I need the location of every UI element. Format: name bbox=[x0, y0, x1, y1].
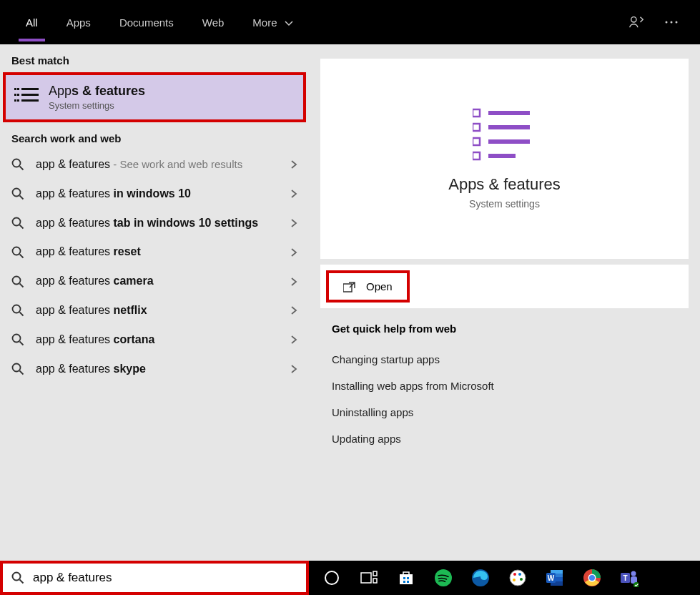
chevron-right-icon bbox=[290, 247, 297, 257]
quick-help-link[interactable]: Changing startup apps bbox=[332, 346, 677, 373]
quick-help-link[interactable]: Uninstalling apps bbox=[332, 399, 677, 426]
preview-pane: Apps & features System settings Open Get… bbox=[309, 44, 700, 561]
svg-point-42 bbox=[510, 570, 526, 586]
search-icon bbox=[11, 246, 26, 259]
preview-subtitle: System settings bbox=[469, 198, 540, 210]
tab-more-label: More bbox=[252, 16, 277, 29]
quick-help-link[interactable]: Installing web apps from Microsoft bbox=[332, 373, 677, 399]
search-result-item[interactable]: app & features cortana bbox=[0, 325, 309, 355]
taskbar-search[interactable] bbox=[0, 561, 309, 595]
quick-help-link[interactable]: Updating apps bbox=[332, 426, 677, 452]
svg-point-13 bbox=[13, 159, 21, 167]
svg-rect-34 bbox=[373, 579, 377, 583]
cortana-icon[interactable] bbox=[320, 566, 343, 589]
svg-point-44 bbox=[518, 573, 521, 576]
svg-point-3 bbox=[676, 21, 678, 24]
svg-rect-11 bbox=[17, 99, 19, 102]
search-result-item[interactable]: app & features reset bbox=[0, 237, 309, 267]
search-icon bbox=[11, 333, 26, 346]
search-result-item[interactable]: app & features skype bbox=[0, 355, 309, 384]
search-icon bbox=[11, 158, 26, 171]
svg-rect-37 bbox=[407, 577, 409, 579]
edge-icon[interactable] bbox=[469, 566, 492, 589]
search-result-item[interactable]: app & features tab in windows 10 setting… bbox=[0, 209, 309, 238]
svg-rect-25 bbox=[473, 138, 480, 145]
preview-actions: Open bbox=[320, 265, 689, 308]
open-button[interactable]: Open bbox=[326, 270, 410, 303]
search-tabs-bar: All Apps Documents Web More bbox=[0, 0, 700, 44]
svg-point-30 bbox=[13, 573, 21, 581]
svg-rect-4 bbox=[14, 88, 16, 90]
preview-apps-features-icon bbox=[473, 108, 537, 161]
search-result-text: app & features reset bbox=[36, 245, 290, 260]
svg-rect-26 bbox=[488, 139, 530, 144]
search-result-text: app & features cortana bbox=[36, 333, 290, 348]
search-result-text: app & features in windows 10 bbox=[36, 187, 290, 202]
svg-point-20 bbox=[13, 363, 21, 371]
search-icon bbox=[11, 275, 26, 288]
svg-point-45 bbox=[520, 578, 523, 581]
svg-rect-38 bbox=[403, 581, 405, 583]
svg-rect-12 bbox=[21, 99, 39, 102]
paint-icon[interactable] bbox=[506, 566, 529, 589]
svg-rect-33 bbox=[373, 571, 377, 576]
spotify-icon[interactable] bbox=[432, 566, 455, 589]
chevron-right-icon bbox=[290, 189, 297, 199]
svg-point-1 bbox=[666, 21, 668, 24]
svg-text:W: W bbox=[548, 574, 555, 582]
svg-point-59 bbox=[631, 571, 636, 576]
chevron-right-icon bbox=[290, 277, 297, 287]
search-icon bbox=[11, 571, 24, 584]
tab-web[interactable]: Web bbox=[188, 5, 239, 40]
svg-rect-7 bbox=[14, 94, 16, 96]
search-result-text: app & features tab in windows 10 setting… bbox=[36, 216, 290, 231]
svg-rect-5 bbox=[17, 88, 19, 90]
store-icon[interactable] bbox=[395, 566, 418, 589]
svg-rect-9 bbox=[21, 94, 39, 96]
word-icon[interactable]: W bbox=[543, 566, 566, 589]
svg-rect-24 bbox=[488, 125, 530, 129]
feedback-icon[interactable] bbox=[618, 14, 654, 30]
search-result-item[interactable]: app & features camera bbox=[0, 267, 309, 296]
search-input[interactable] bbox=[33, 571, 297, 585]
svg-rect-35 bbox=[400, 574, 413, 584]
preview-card: Apps & features System settings bbox=[320, 59, 689, 259]
chevron-right-icon bbox=[290, 364, 297, 374]
search-result-item[interactable]: app & features netflix bbox=[0, 296, 309, 325]
search-icon bbox=[11, 187, 26, 200]
tab-apps[interactable]: Apps bbox=[52, 5, 105, 40]
open-button-label: Open bbox=[366, 280, 393, 292]
search-icon bbox=[11, 363, 26, 375]
svg-rect-29 bbox=[343, 284, 352, 292]
svg-rect-22 bbox=[488, 111, 530, 115]
svg-rect-39 bbox=[407, 581, 409, 583]
svg-rect-21 bbox=[473, 109, 480, 117]
search-result-text: app & features skype bbox=[36, 362, 290, 377]
chrome-icon[interactable] bbox=[581, 566, 603, 589]
svg-rect-27 bbox=[473, 152, 480, 159]
svg-point-17 bbox=[13, 276, 21, 284]
tab-more[interactable]: More bbox=[238, 5, 307, 40]
search-results-pane: Best match Apps & features System settin… bbox=[0, 44, 309, 561]
svg-point-56 bbox=[589, 575, 595, 581]
task-view-icon[interactable] bbox=[358, 566, 380, 589]
search-icon bbox=[11, 217, 26, 230]
tab-all[interactable]: All bbox=[11, 5, 52, 40]
quick-help-section: Get quick help from web Changing startup… bbox=[309, 308, 700, 466]
chevron-right-icon bbox=[290, 335, 297, 345]
more-options-icon[interactable] bbox=[654, 20, 689, 24]
chevron-right-icon bbox=[290, 218, 297, 228]
search-result-text: app & features camera bbox=[36, 274, 290, 289]
svg-rect-32 bbox=[361, 573, 371, 583]
best-match-item[interactable]: Apps & features System settings bbox=[3, 72, 306, 122]
search-result-item[interactable]: app & features in windows 10 bbox=[0, 180, 309, 209]
quick-help-heading: Get quick help from web bbox=[332, 323, 677, 335]
tab-documents[interactable]: Documents bbox=[105, 5, 188, 40]
teams-icon[interactable]: T bbox=[618, 566, 641, 589]
svg-point-15 bbox=[13, 217, 21, 225]
taskbar: W T bbox=[0, 561, 700, 595]
svg-point-31 bbox=[325, 571, 338, 584]
svg-rect-10 bbox=[14, 99, 16, 102]
search-result-item[interactable]: app & features - See work and web result… bbox=[0, 150, 309, 180]
svg-rect-23 bbox=[473, 124, 480, 131]
